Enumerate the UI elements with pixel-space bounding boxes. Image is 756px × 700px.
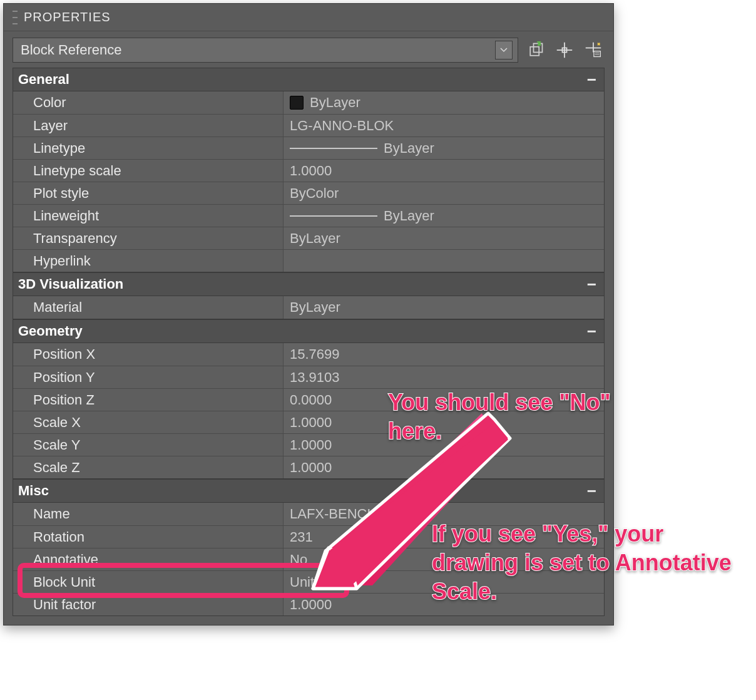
collapse-icon[interactable]: − (587, 483, 596, 499)
collapse-icon[interactable]: − (587, 276, 596, 292)
value-text: ByLayer (384, 140, 434, 157)
lineweight-preview-icon (290, 215, 377, 217)
svg-rect-9 (594, 51, 601, 57)
section-general: General − Color ByLayer Layer LG-ANNO-BL… (13, 68, 605, 272)
row-label: Linetype scale (13, 160, 284, 182)
rows-3d: Material ByLayer (13, 296, 605, 319)
section-header-3d[interactable]: 3D Visualization − (13, 272, 605, 296)
object-type-dropdown[interactable]: Block Reference (13, 38, 518, 63)
row-lineweight[interactable]: Lineweight ByLayer (13, 204, 604, 227)
row-position-x[interactable]: Position X 15.7699 (13, 343, 604, 366)
quick-select-icon[interactable] (582, 39, 605, 61)
row-value[interactable]: ByLayer (284, 137, 604, 159)
row-label: Scale Y (13, 434, 284, 456)
row-label: Position X (13, 343, 284, 366)
row-value[interactable]: 1.0000 (284, 160, 604, 182)
row-value[interactable]: ByLayer (284, 227, 604, 249)
dropdown-value: Block Reference (21, 42, 121, 58)
svg-rect-0 (530, 47, 539, 56)
collapse-icon[interactable]: − (587, 71, 596, 88)
row-label: Plot style (13, 182, 284, 204)
row-label: Linetype (13, 137, 284, 159)
row-value[interactable]: 15.7699 (284, 343, 604, 366)
row-label: Lineweight (13, 205, 284, 227)
row-label: Position Y (13, 366, 284, 388)
annotation-text-bottom: If you see "Yes," your drawing is set to… (432, 520, 745, 606)
crosshair-icon[interactable] (553, 39, 576, 61)
toolbar-row: Block Reference (4, 31, 613, 68)
row-label: Rotation (13, 526, 284, 548)
row-label: Transparency (13, 227, 284, 249)
row-value[interactable]: LG-ANNO-BLOK (284, 115, 604, 136)
toggle-pim-icon[interactable] (524, 39, 547, 61)
row-label: Scale X (13, 411, 284, 433)
section-title: General (18, 71, 69, 88)
row-label: Material (13, 296, 284, 319)
grip-icon[interactable] (13, 11, 18, 24)
value-text: ByLayer (384, 208, 434, 224)
section-title: 3D Visualization (18, 276, 123, 292)
row-value[interactable]: ByColor (284, 182, 604, 204)
chevron-down-icon[interactable] (495, 41, 513, 59)
row-value[interactable]: ByLayer (284, 296, 604, 319)
panel-title: PROPERTIES (24, 10, 111, 24)
row-value[interactable]: 1.0000 (284, 456, 604, 478)
linetype-preview-icon (290, 148, 377, 149)
row-color[interactable]: Color ByLayer (13, 91, 604, 114)
section-header-geometry[interactable]: Geometry − (13, 319, 605, 343)
section-title: Misc (18, 483, 49, 499)
row-label: Unit factor (13, 594, 284, 615)
annotation-text-top: You should see "No" here. (388, 388, 626, 446)
panel-titlebar: PROPERTIES (4, 4, 613, 31)
row-label: Color (13, 91, 284, 114)
color-swatch-icon (290, 96, 304, 110)
row-position-y[interactable]: Position Y 13.9103 (13, 366, 604, 388)
row-linetype-scale[interactable]: Linetype scale 1.0000 (13, 159, 604, 182)
section-header-general[interactable]: General − (13, 68, 605, 91)
row-material[interactable]: Material ByLayer (13, 296, 604, 319)
row-label: Layer (13, 115, 284, 136)
row-hyperlink[interactable]: Hyperlink (13, 249, 604, 272)
section-3d-visualization: 3D Visualization − Material ByLayer (13, 272, 605, 319)
row-transparency[interactable]: Transparency ByLayer (13, 227, 604, 249)
row-value[interactable]: ByLayer (284, 91, 604, 114)
row-label: Position Z (13, 389, 284, 411)
value-text: ByLayer (310, 95, 360, 111)
row-value[interactable]: 13.9103 (284, 366, 604, 388)
row-label: Block Unit (13, 571, 284, 593)
row-value[interactable] (284, 250, 604, 272)
row-label: Hyperlink (13, 250, 284, 272)
row-label: Annotative (13, 548, 284, 570)
row-value[interactable]: ByLayer (284, 205, 604, 227)
row-scale-z[interactable]: Scale Z 1.0000 (13, 456, 604, 478)
row-layer[interactable]: Layer LG-ANNO-BLOK (13, 114, 604, 136)
section-title: Geometry (18, 323, 83, 339)
collapse-icon[interactable]: − (587, 323, 596, 339)
row-plot-style[interactable]: Plot style ByColor (13, 182, 604, 204)
rows-general: Color ByLayer Layer LG-ANNO-BLOK Linetyp… (13, 91, 605, 272)
row-label: Scale Z (13, 456, 284, 478)
row-linetype[interactable]: Linetype ByLayer (13, 136, 604, 159)
section-header-misc[interactable]: Misc − (13, 479, 605, 503)
row-label: Name (13, 503, 284, 525)
